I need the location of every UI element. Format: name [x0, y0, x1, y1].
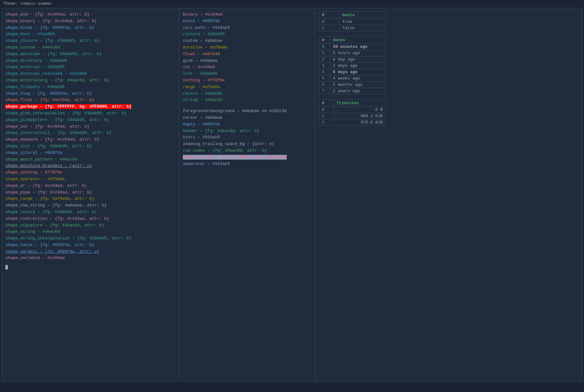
- cursor-line: [5, 263, 175, 269]
- row-val: 2 days ago: [330, 63, 386, 69]
- table-row: 1 3 hours ago: [319, 50, 386, 56]
- mid-line-cell-path: cell-path – #919ab9: [183, 25, 311, 31]
- line-shape-externalarg: shape_externalarg – {fg: #4eac6d, attr: …: [5, 77, 175, 84]
- line-shape-pipe: shape_pipe – {fg: #cc84ad, attr: b}: [5, 189, 175, 196]
- mid-line-range: range – #af9a0a: [183, 84, 311, 91]
- mid-line-record: record – #3dab95: [183, 91, 311, 97]
- filesizes-hash-header: #: [319, 100, 334, 107]
- row-num: 0: [319, 44, 330, 50]
- line-shape-operator: shape_operator – #af9a0a: [5, 176, 175, 183]
- row-val: false: [340, 25, 386, 31]
- dates-hash-header: #: [319, 37, 330, 44]
- mid-column: binary – #cc84ad block – #609fda cell-pa…: [179, 8, 315, 381]
- line-shape-garbage: shape_garbage – {fg: #FFFFFF, bg: #FF000…: [5, 104, 175, 110]
- line-shape-directory: shape_directory – #3dab95: [5, 58, 175, 64]
- line-shape-variable: shape_variable – #cc84ad: [5, 255, 175, 262]
- filesizes-col-header: filesizes: [334, 100, 386, 107]
- right-column: # bools 0 true 1 false: [315, 8, 582, 381]
- line-shape-bool: shape_bool – #2aa9b6: [5, 31, 175, 38]
- mid-line-nothing: nothing – #f76f6e: [183, 77, 311, 84]
- mid-line-custom: custom – #a0abae: [183, 38, 311, 44]
- mid-line-search-result: search_result – {fg: #f76f6e, bg: #919ab…: [183, 154, 311, 161]
- row-val: 30 minutes ago: [330, 44, 386, 50]
- line-shape-literal: shape_literal – #609fda: [5, 150, 175, 156]
- row-num: 7: [319, 88, 330, 94]
- mid-line-fg-bg: foreground/background – #a0abae on #202c…: [183, 108, 311, 115]
- row-val: a day ago: [330, 56, 386, 63]
- line-shape-internalcall: shape_internalcall – {fg: #3dab95, attr:…: [5, 130, 175, 136]
- line-shape-keyword: shape_keyword – {fg: #cc84ad, attr: b}: [5, 136, 175, 143]
- row-val: 3 hours ago: [330, 50, 386, 56]
- row-num: 1: [319, 113, 334, 119]
- line-shape-int: shape_int – {fg: #cc84ad, attr: b}: [5, 123, 175, 130]
- mid-line-string: string – #4eac6d: [183, 97, 311, 104]
- line-shape-float: shape_float – {fg: #eb7b4d, attr: b}: [5, 97, 175, 104]
- mid-section1: binary – #cc84ad block – #609fda cell-pa…: [183, 11, 311, 104]
- dates-table: # dates 0 30 minutes ago 1 3 hours ago 2: [319, 36, 386, 94]
- theme-bar: Theme: tempus-summer: [0, 0, 584, 7]
- line-shape-block: shape_block – {fg: #609fda, attr: b}: [5, 25, 175, 31]
- row-val: 2 years ago: [330, 88, 386, 94]
- line-shape-custom: shape_custom – #4eac6d: [5, 44, 175, 51]
- line-shape-or: shape_or – {fg: #cc84ad, attr: b}: [5, 183, 175, 189]
- line-shape-filepath: shape_filepath – #3dab95: [5, 84, 175, 91]
- row-num: 3: [319, 63, 330, 69]
- row-val: 4 weeks ago: [330, 75, 386, 82]
- row-num: 1: [319, 50, 330, 56]
- row-val: 488.3 KiB: [334, 113, 386, 119]
- mid-line-empty: empty – #609fda: [183, 121, 311, 128]
- row-num: 0: [319, 19, 340, 25]
- line-shape-glob-interpolation: shape_glob_interpolation – {fg: #3dab95,…: [5, 110, 175, 117]
- mid-line-float: float – #eb7b4d: [183, 51, 311, 58]
- row-num: 1: [319, 25, 340, 31]
- row-num: 2: [319, 119, 334, 126]
- row-val: 976.6 KiB: [334, 119, 386, 126]
- row-val: 5 days ago: [330, 69, 386, 75]
- table-row: 0 0 B: [319, 107, 386, 113]
- table-row: 3 2 days ago: [319, 63, 386, 69]
- bools-col-header: bools: [340, 12, 386, 19]
- line-shape-range: shape_range – {fg: #af9a0a, attr: b}: [5, 196, 175, 202]
- theme-label: Theme: tempus-summer: [3, 1, 53, 6]
- mid-line-cursor: cursor – #a0abae: [183, 115, 311, 121]
- mid-line-header: header – {fg: #4eac6d, attr: b}: [183, 128, 311, 135]
- table-row: 1 488.3 KiB: [319, 113, 386, 119]
- mid-line-separator: separator – #919ab9: [183, 161, 311, 168]
- table-row: 0 30 minutes ago: [319, 44, 386, 50]
- mid-line-block: block – #609fda: [183, 18, 311, 25]
- table-row: 4 5 days ago: [319, 69, 386, 75]
- table-row: 1 false: [319, 25, 386, 31]
- line-shape-redirection: shape_redirection – {fg: #cc84ad, attr: …: [5, 216, 175, 222]
- line-shape-string: shape_string – #4eac6d: [5, 229, 175, 235]
- line-shape-match-pattern: shape_match_pattern – #4eac6d: [5, 156, 175, 163]
- mid-line-duration: duration – #af9a0a: [183, 44, 311, 51]
- filesizes-table-container: # filesizes 0 0 B 1 488.3 KiB 2: [319, 99, 579, 126]
- table-row: 0 true: [319, 19, 386, 25]
- row-val: true: [340, 19, 386, 25]
- line-shape-nothing: shape_nothing – #f76f6e: [5, 169, 175, 176]
- mid-line-row-index: row_index – {fg: #4eac6d, attr: b}: [183, 148, 311, 154]
- table-row: 6 2 months ago: [319, 82, 386, 88]
- filesizes-table: # filesizes 0 0 B 1 488.3 KiB 2: [319, 99, 386, 126]
- row-num: 6: [319, 82, 330, 88]
- row-num: 5: [319, 75, 330, 82]
- line-shape-external: shape_external – #3dab95: [5, 64, 175, 71]
- line-shape-signature: shape_signature – {fg: #4eac6d, attr: b}: [5, 222, 175, 229]
- line-shape-record: shape_record – {fg: #3dab95, attr: b}: [5, 209, 175, 216]
- row-val: 2 months ago: [330, 82, 386, 88]
- row-num: 2: [319, 56, 330, 63]
- line-shape-flag: shape_flag – {fg: #609fda, attr: b}: [5, 91, 175, 97]
- mid-line-leading-trailing: leading_trailing_space_bg – {attr: n}: [183, 141, 311, 148]
- table-row: 7 2 years ago: [319, 88, 386, 94]
- line-shape-vardecl: shape_vardecl – {fg: #609fda, attr: u}: [5, 249, 175, 255]
- line-shape-table: shape_table – {fg: #609fda, attr: b}: [5, 242, 175, 249]
- mid-line-list: list – #3dab95: [183, 71, 311, 77]
- line-shape-datetime: shape_datetime – {fg: #3dab95, attr: b}: [5, 51, 175, 58]
- line-shape-raw-string: shape_raw_string – {fg: #a0abae, attr: b…: [5, 202, 175, 209]
- row-num: 4: [319, 69, 330, 75]
- mid-line-hints: hints – #919ab9: [183, 134, 311, 141]
- mid-line-binary: binary – #cc84ad: [183, 11, 311, 18]
- bools-hash-header: #: [319, 12, 340, 19]
- mid-section2: foreground/background – #a0abae on #202c…: [183, 108, 311, 167]
- table-row: 2 976.6 KiB: [319, 119, 386, 126]
